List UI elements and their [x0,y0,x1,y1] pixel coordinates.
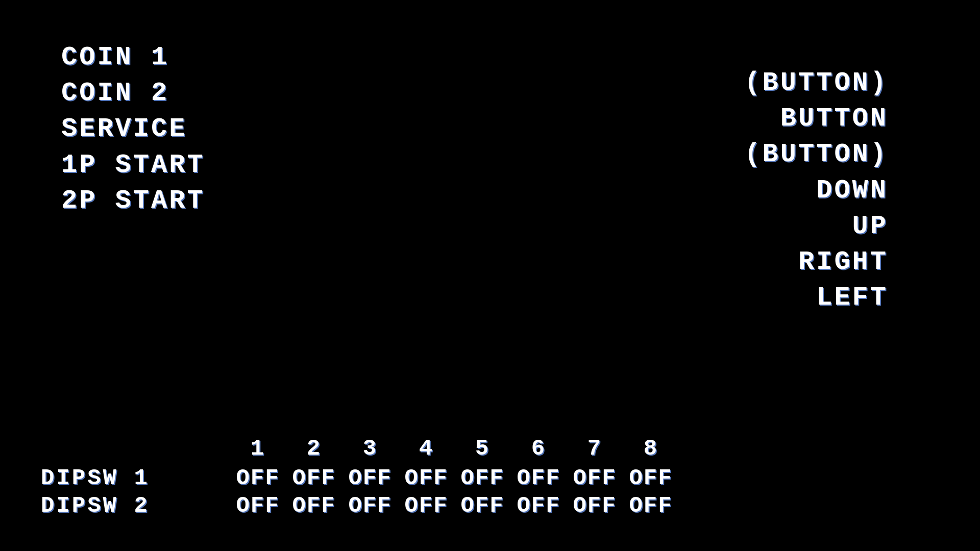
dip-value-1-8: OFF [623,465,679,491]
dip-row-label-1: DIPSW 1 [41,465,230,491]
dip-row-2: DIPSW 2OFFOFFOFFOFFOFFOFFOFFOFF [41,493,939,518]
dip-value-2-6: OFF [510,493,567,518]
center-labels: (BUTTON)BUTTON(BUTTON)DOWNUPRIGHTLEFT [276,40,939,316]
center-label-3: DOWN [816,173,888,209]
dip-value-1-7: OFF [567,465,623,491]
dipsw-section: 12345678 DIPSW 1OFFOFFOFFOFFOFFOFFOFFOFF… [41,436,939,520]
dip-col-header-2: 2 [286,436,342,461]
input-label-0: COIN 1 [61,40,276,76]
center-label-6: LEFT [816,280,888,316]
center-label-4: UP [852,209,888,244]
center-label-5: RIGHT [798,244,888,280]
dip-col-headers: 12345678 [41,436,939,461]
dip-value-2-3: OFF [342,493,398,518]
input-label-4: 2P START [61,183,276,219]
dip-value-1-5: OFF [454,465,510,491]
dip-value-1-6: OFF [510,465,567,491]
dip-col-header-3: 3 [342,436,398,461]
dip-col-header-5: 5 [454,436,510,461]
dip-value-2-7: OFF [567,493,623,518]
dip-col-header-6: 6 [510,436,567,461]
input-labels: COIN 1COIN 2SERVICE1P START2P START [61,40,276,316]
dip-value-2-2: OFF [286,493,342,518]
dip-value-2-1: OFF [230,493,286,518]
dip-rows: DIPSW 1OFFOFFOFFOFFOFFOFFOFFOFFDIPSW 2OF… [41,465,939,518]
input-label-3: 1P START [61,147,276,183]
screen: COIN 1COIN 2SERVICE1P START2P START (BUT… [0,0,980,551]
input-label-1: COIN 2 [61,76,276,111]
input-label-2: SERVICE [61,111,276,147]
center-label-0: (BUTTON) [744,65,888,101]
dip-value-1-1: OFF [230,465,286,491]
center-label-2: (BUTTON) [744,137,888,172]
dip-value-1-2: OFF [286,465,342,491]
dip-value-1-3: OFF [342,465,398,491]
page-title [0,0,980,24]
center-label-1: BUTTON [780,101,888,137]
dip-value-2-4: OFF [398,493,454,518]
dip-value-2-8: OFF [623,493,679,518]
dip-col-header-1: 1 [230,436,286,461]
dip-col-header-8: 8 [623,436,679,461]
dip-col-header-4: 4 [398,436,454,461]
dip-value-1-4: OFF [398,465,454,491]
dip-value-2-5: OFF [454,493,510,518]
dip-row-label-2: DIPSW 2 [41,493,230,518]
dip-col-header-7: 7 [567,436,623,461]
main-content: COIN 1COIN 2SERVICE1P START2P START (BUT… [0,24,980,316]
dip-row-1: DIPSW 1OFFOFFOFFOFFOFFOFFOFFOFF [41,465,939,491]
